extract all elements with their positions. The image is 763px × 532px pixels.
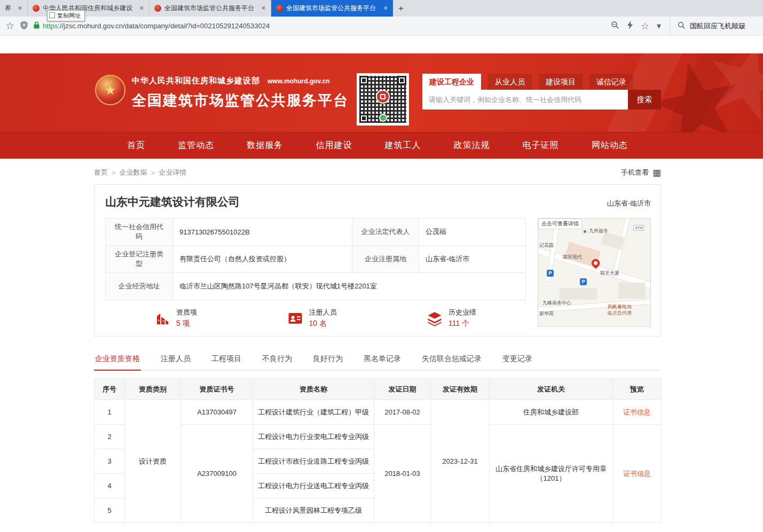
tab-qualifications[interactable]: 企业资质资格 bbox=[94, 349, 141, 371]
stat-registered-personnel[interactable]: 注册人员 10 名 bbox=[287, 308, 337, 328]
credit-code-label: 统一社会信用代码 bbox=[106, 218, 173, 246]
company-location-map[interactable]: 点击可查看详情 九州超市 ATM 记花园 联安现代 联安大厦 P P 九峰商务中… bbox=[538, 218, 651, 327]
dropdown-chevron-icon[interactable]: ▾ bbox=[657, 22, 661, 30]
breadcrumb-company-data[interactable]: 企业数据 bbox=[120, 168, 147, 177]
nav-item-site-news[interactable]: 网站动态 bbox=[592, 140, 628, 151]
search-tab-enterprise[interactable]: 建设工程企业 bbox=[422, 74, 481, 90]
qr-eye bbox=[359, 114, 368, 123]
col-header-issue-date: 发证日期 bbox=[374, 379, 431, 400]
search-tab-personnel[interactable]: 从业人员 bbox=[488, 74, 532, 90]
nav-item-credit[interactable]: 信用建设 bbox=[316, 140, 352, 151]
national-emblem-icon: ★ bbox=[95, 75, 125, 105]
col-header-preview: 预览 bbox=[613, 379, 662, 400]
copy-icon bbox=[50, 13, 55, 18]
hot-search-text[interactable]: 国航回应飞机颠簸 bbox=[690, 21, 745, 31]
stat-value: 10 名 bbox=[309, 319, 337, 328]
breadcrumb-home[interactable]: 首页 bbox=[94, 168, 108, 177]
tab-close-icon[interactable]: ✕ bbox=[18, 5, 22, 12]
tab-change-records[interactable]: 变更记录 bbox=[501, 349, 533, 370]
mobile-view-button[interactable]: 手机查看 ▦ bbox=[621, 168, 661, 177]
layers-icon bbox=[427, 310, 443, 326]
nav-item-e-license[interactable]: 电子证照 bbox=[523, 140, 559, 151]
certificate-info-link[interactable]: 证书信息 bbox=[623, 470, 651, 478]
cell-no: 2 bbox=[95, 425, 125, 449]
qr-center-logo bbox=[376, 90, 390, 104]
search-tab-project[interactable]: 建设项目 bbox=[539, 74, 583, 90]
search-button[interactable]: 搜索 bbox=[628, 90, 661, 109]
table-row: 企业经营地址 临沂市兰山区陶然路107号星河晶都（联安）现代城1号楼2201室 bbox=[106, 273, 526, 300]
nav-item-workers[interactable]: 建筑工人 bbox=[385, 140, 421, 151]
col-header-validity: 发证有效期 bbox=[431, 379, 490, 400]
zoom-icon[interactable] bbox=[611, 21, 619, 31]
cell-issue-date: 2018-01-03 bbox=[374, 425, 431, 523]
browser-tab-2[interactable]: 全国建筑市场监管公共服务平台 ✕ bbox=[150, 0, 271, 17]
url-field[interactable]: https ://jzsc.mohurd.gov.cn/data/company… bbox=[34, 21, 605, 30]
reg-type-label: 企业登记注册类型 bbox=[106, 246, 173, 273]
col-header-cert-no: 资质证书号 bbox=[181, 379, 253, 400]
nav-item-policy[interactable]: 政策法规 bbox=[454, 140, 490, 151]
map-label-garden: 记花园 bbox=[539, 242, 554, 249]
browser-tab-1[interactable]: 中华人民共和国住房和城乡建设 ✕ bbox=[28, 0, 150, 17]
map-parking-icon: P bbox=[580, 278, 587, 285]
nav-item-home[interactable]: 首页 bbox=[127, 140, 145, 151]
map-label-lianan-modern: 联安现代 bbox=[563, 254, 582, 261]
site-qr-code bbox=[357, 73, 409, 126]
lock-icon bbox=[34, 21, 40, 30]
tab-close-icon[interactable]: ✕ bbox=[383, 5, 388, 12]
col-header-category: 资质类别 bbox=[125, 379, 181, 400]
cell-no: 4 bbox=[95, 474, 125, 498]
url-scheme: https bbox=[43, 22, 58, 30]
stat-label: 资质项 bbox=[176, 308, 197, 317]
ministry-url: www.mohurd.gov.cn bbox=[268, 77, 330, 85]
stat-value: 5 项 bbox=[176, 319, 197, 328]
tab-close-icon[interactable]: ✕ bbox=[261, 5, 266, 12]
map-atm-icon: ATM bbox=[633, 225, 644, 231]
copy-url-label: 复制网址 bbox=[57, 12, 81, 20]
bookmark-star-icon[interactable]: ☆ bbox=[5, 21, 14, 31]
new-tab-button[interactable]: + bbox=[393, 0, 409, 17]
nav-item-data-service[interactable]: 数据服务 bbox=[247, 140, 283, 151]
cell-no: 1 bbox=[95, 400, 125, 425]
company-stats: 资质项 5 项 注册人员 10 名 历史业绩 111 个 bbox=[105, 308, 525, 328]
browser-tab-active[interactable]: 全国建筑市场监管公共服务平台 ✕ bbox=[271, 0, 393, 17]
tab-projects[interactable]: 工程项目 bbox=[210, 349, 242, 370]
shield-icon[interactable] bbox=[20, 21, 28, 32]
stat-qualifications[interactable]: 资质项 5 项 bbox=[154, 308, 197, 328]
tab-title: 界 bbox=[5, 4, 14, 13]
tab-close-icon[interactable]: ✕ bbox=[139, 5, 144, 12]
map-label-xinhua: 新华苑 bbox=[539, 310, 554, 317]
qr-code-icon: ▦ bbox=[652, 168, 661, 177]
hot-search-box[interactable]: 国航回应飞机颠簸 bbox=[670, 17, 758, 35]
main-nav: 首页 监管动态 数据服务 信用建设 建筑工人 政策法规 电子证照 网站动态 bbox=[0, 132, 763, 159]
certificate-icon bbox=[154, 310, 170, 326]
qr-eye bbox=[397, 76, 406, 85]
cell-name: 工程设计市政行业道路工程专业丙级 bbox=[253, 449, 374, 474]
cell-cert-no: A237009100 bbox=[181, 425, 253, 523]
tab-bad-behavior[interactable]: 不良行为 bbox=[261, 349, 293, 370]
favorite-star-icon[interactable]: ☆ bbox=[641, 21, 649, 31]
legal-rep-value: 公茂福 bbox=[419, 218, 526, 246]
flash-extension-icon[interactable] bbox=[627, 21, 633, 31]
browser-tab-partial[interactable]: 界 ✕ bbox=[0, 0, 28, 17]
browser-tab-bar: 界 ✕ 中华人民共和国住房和城乡建设 ✕ 全国建筑市场监管公共服务平台 ✕ 全国… bbox=[0, 0, 763, 17]
keyword-search-input[interactable] bbox=[422, 90, 628, 109]
reg-region-value: 山东省-临沂市 bbox=[419, 246, 526, 273]
stat-historical-performance[interactable]: 历史业绩 111 个 bbox=[427, 308, 476, 328]
breadcrumb-sep-icon: > bbox=[112, 169, 116, 177]
nav-item-supervision[interactable]: 监管动态 bbox=[178, 140, 214, 151]
url-text: ://jzsc.mohurd.gov.cn/data/company/detai… bbox=[58, 22, 270, 30]
tab-good-behavior[interactable]: 良好行为 bbox=[312, 349, 344, 370]
map-label-supermarket: 九州超市 bbox=[589, 228, 608, 234]
reg-type-value: 有限责任公司（自然人投资或控股） bbox=[173, 246, 352, 273]
tab-registered-personnel[interactable]: 注册人员 bbox=[160, 349, 192, 370]
cell-authority: 山东省住房和城乡建设厅许可专用章（1201） bbox=[490, 425, 613, 523]
cell-name: 工程设计建筑行业（建筑工程）甲级 bbox=[253, 400, 374, 425]
breadcrumb: 首页 > 企业数据 > 企业详情 手机查看 ▦ bbox=[94, 168, 661, 177]
copy-url-tooltip[interactable]: 复制网址 bbox=[47, 10, 85, 21]
tab-dishonesty-records[interactable]: 失信联合惩戒记录 bbox=[421, 349, 483, 370]
personnel-icon bbox=[287, 310, 303, 326]
search-tab-credit[interactable]: 诚信记录 bbox=[589, 74, 633, 90]
certificate-info-link[interactable]: 证书信息 bbox=[623, 408, 651, 416]
qr-eye bbox=[359, 76, 368, 85]
tab-blacklist[interactable]: 黑名单记录 bbox=[363, 349, 402, 370]
